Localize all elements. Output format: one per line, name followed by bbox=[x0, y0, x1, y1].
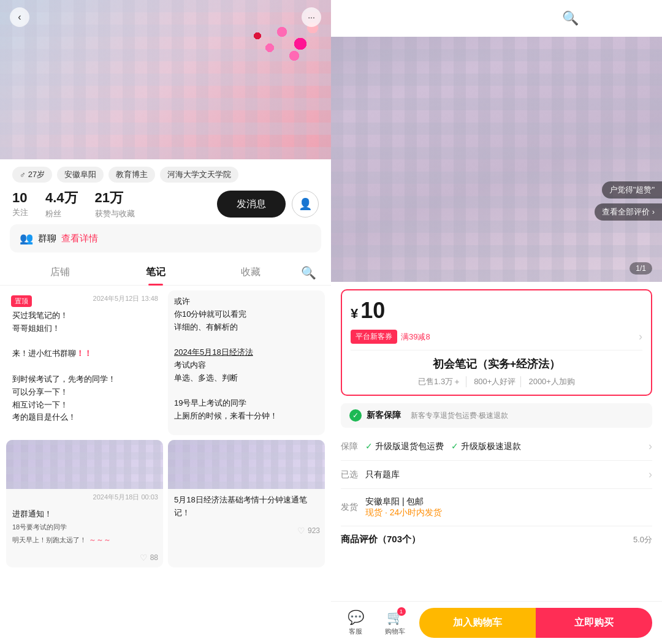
buy-now-button[interactable]: 立即购买 bbox=[536, 608, 652, 638]
share-icon-btn[interactable]: ⬆ bbox=[628, 7, 650, 29]
back-button-right[interactable]: ‹ bbox=[343, 9, 363, 28]
search-button[interactable]: 🔍 bbox=[299, 263, 319, 282]
note-card-3[interactable]: 2024年5月18日 00:03 进群通知！ 18号要考试的同学明天早上！别跑太… bbox=[6, 440, 163, 567]
more-button[interactable]: ··· bbox=[302, 7, 321, 27]
note-image-pixel-3 bbox=[6, 440, 163, 489]
guarantee-icon: ✓ bbox=[349, 409, 362, 422]
product-pixel-overlay bbox=[331, 0, 662, 282]
tag-school: 河海大学文天学院 bbox=[160, 167, 238, 183]
customer-service-icon: 💬 bbox=[348, 610, 364, 626]
shipping-sub: 现货 · 24小时内发货 bbox=[365, 507, 652, 518]
stat-fans[interactable]: 4.4万 粉丝 bbox=[45, 189, 78, 219]
stat-likes[interactable]: 21万 获赞与收藏 bbox=[95, 189, 135, 219]
notes-area: 置顶 2024年5月12日 13:48 买过我笔记的！哥哥姐姐们！ 来！进小红书… bbox=[0, 286, 331, 644]
right-header-icons: 🔍 ☆ ⬆ bbox=[559, 7, 650, 29]
guarantee-label: 保障 bbox=[341, 441, 365, 452]
customer-service-label: 客服 bbox=[349, 627, 362, 636]
tag-location-label: 安徽阜阳 bbox=[64, 169, 96, 180]
profile-section: ♂ 27岁 安徽阜阳 教育博主 河海大学文天学院 10 关注 4.4万 粉丝 bbox=[0, 159, 331, 224]
guarantee-title: 新客保障 bbox=[367, 410, 401, 421]
note-image-3 bbox=[6, 440, 163, 489]
note-card-4[interactable]: 5月18日经济法基础考情十分钟速通笔记！ ♡ 923 bbox=[168, 440, 325, 567]
tag-type: 教育博主 bbox=[108, 167, 155, 183]
view-all-reviews-btn[interactable]: 查看全部评价 › bbox=[595, 203, 662, 221]
tag-location: 安徽阜阳 bbox=[57, 167, 104, 183]
left-panel: ‹ ··· ♂ 27岁 安徽阜阳 教育博主 河海大学文天学院 10 关注 bbox=[0, 0, 331, 644]
tab-shop[interactable]: 店铺 bbox=[12, 260, 108, 285]
likes-label: 获赞与收藏 bbox=[95, 208, 135, 219]
voucher-arrow-icon: › bbox=[639, 330, 642, 343]
cart-badge: 1 bbox=[397, 607, 406, 616]
back-button-left[interactable]: ‹ bbox=[10, 7, 29, 27]
detail-row-guarantee[interactable]: 保障 ✓升级版退货包运费 ✓升级版极速退款 › bbox=[341, 433, 652, 461]
pin-badge: 置顶 bbox=[11, 295, 32, 307]
product-info: ¥ 10 平台新客券 满39减8 › 初会笔记（实务+经济法） 已售1.3万＋ … bbox=[331, 282, 662, 601]
heart-icon-4: ♡ bbox=[297, 526, 305, 536]
added-count: 2000+人加购 bbox=[523, 376, 580, 387]
message-button[interactable]: 发消息 bbox=[217, 191, 286, 218]
check-icon-2: ✓ bbox=[451, 441, 458, 451]
voucher-tag: 平台新客券 bbox=[351, 330, 397, 344]
note-footer-3: ♡ 88 bbox=[6, 550, 163, 567]
shipping-label: 发货 bbox=[341, 502, 365, 513]
customer-service-btn[interactable]: 💬 客服 bbox=[341, 610, 370, 636]
note-content-3: 进群通知！ 18号要考试的同学明天早上！别跑太远了！ ～～～ bbox=[6, 503, 163, 550]
fans-count: 4.4万 bbox=[45, 189, 78, 207]
detail-rows: 保障 ✓升级版退货包运费 ✓升级版极速退款 › 已选 只有题库 › 发货 安徽阜… bbox=[341, 433, 652, 526]
gender-icon: ♂ bbox=[20, 170, 26, 180]
following-label: 关注 bbox=[12, 207, 28, 218]
group-icon: 👥 bbox=[20, 232, 33, 245]
likes-count: 21万 bbox=[95, 189, 123, 207]
star-icon-btn[interactable]: ☆ bbox=[593, 7, 615, 29]
heart-icon-3: ♡ bbox=[140, 553, 148, 563]
super-praise-text: 户觉得"超赞" bbox=[609, 185, 655, 194]
guarantee-value: ✓升级版退货包运费 ✓升级版极速退款 bbox=[365, 441, 649, 452]
detail-row-shipping: 发货 安徽阜阳 | 包邮 现货 · 24小时内发货 bbox=[341, 489, 652, 526]
stat-following[interactable]: 10 关注 bbox=[12, 190, 28, 218]
note-content-1: 买过我笔记的！哥哥姐姐们！ 来！进小红书群聊！！ 到时候考试了，先考的同学！ 可… bbox=[6, 305, 163, 428]
voucher-row[interactable]: 平台新客券 满39减8 › bbox=[351, 330, 642, 344]
check-icon-1: ✓ bbox=[365, 441, 373, 451]
cart-btn-icon[interactable]: 🛒 1 购物车 bbox=[380, 610, 409, 636]
reviews-header: 商品评价（703个） 5.0分 bbox=[331, 526, 662, 548]
price-voucher-section: ¥ 10 平台新客券 满39减8 › 初会笔记（实务+经济法） 已售1.3万＋ … bbox=[341, 289, 652, 396]
product-image: 户觉得"超赞" 查看全部评价 › 1/1 bbox=[331, 0, 662, 282]
product-stats: 已售1.3万＋ 800+人好评 2000+人加购 bbox=[351, 376, 642, 387]
following-count: 10 bbox=[12, 190, 27, 206]
stats-row: 10 关注 4.4万 粉丝 21万 获赞与收藏 发消息 👤 bbox=[12, 189, 319, 219]
right-header: ‹ 🔍 ☆ ⬆ bbox=[331, 0, 662, 37]
note-footer-1 bbox=[6, 428, 163, 435]
page-indicator: 1/1 bbox=[630, 262, 652, 275]
add-to-cart-button[interactable]: 加入购物车 bbox=[419, 608, 536, 638]
shipping-value: 安徽阜阳 | 包邮 bbox=[365, 496, 652, 507]
detail-row-selected[interactable]: 已选 只有题库 › bbox=[341, 461, 652, 489]
selected-label: 已选 bbox=[341, 469, 365, 480]
follow-button[interactable]: 👤 bbox=[292, 191, 319, 218]
group-link[interactable]: 查看详情 bbox=[61, 233, 98, 244]
tab-favorites[interactable]: 收藏 bbox=[203, 260, 299, 285]
search-icon-btn[interactable]: 🔍 bbox=[559, 7, 581, 29]
tab-favorites-label: 收藏 bbox=[241, 267, 261, 277]
tag-age: ♂ 27岁 bbox=[12, 167, 52, 183]
review-overlay: 户觉得"超赞" 查看全部评价 › bbox=[595, 181, 662, 221]
note-card-2[interactable]: 或许 你10分钟就可以看完 详细的、有解析的 2024年5月18日经济法 考试内… bbox=[168, 290, 325, 435]
reviews-title: 商品评价（703个） bbox=[341, 534, 420, 545]
guarantee-arrow-icon: › bbox=[649, 440, 652, 453]
selected-arrow-icon: › bbox=[649, 468, 652, 481]
cart-label: 购物车 bbox=[385, 627, 405, 636]
tabs-row: 店铺 笔记 收藏 🔍 bbox=[0, 260, 331, 286]
tab-notes[interactable]: 笔记 bbox=[108, 260, 204, 285]
group-bar[interactable]: 👥 群聊 查看详情 bbox=[10, 224, 321, 252]
note-date-3: 2024年5月18日 00:03 bbox=[6, 489, 163, 503]
fans-label: 粉丝 bbox=[45, 208, 61, 219]
note-footer-4: ♡ 923 bbox=[168, 523, 325, 540]
tag-school-label: 河海大学文天学院 bbox=[167, 169, 231, 180]
notes-grid: 置顶 2024年5月12日 13:48 买过我笔记的！哥哥姐姐们！ 来！进小红书… bbox=[6, 290, 325, 567]
person-icon: 👤 bbox=[299, 197, 312, 211]
tab-shop-label: 店铺 bbox=[50, 267, 70, 277]
tag-age-label: 27岁 bbox=[28, 169, 45, 180]
good-reviews-count: 800+人好评 bbox=[469, 376, 521, 387]
price-symbol: ¥ bbox=[351, 306, 358, 322]
note-card-pinned[interactable]: 置顶 2024年5月12日 13:48 买过我笔记的！哥哥姐姐们！ 来！进小红书… bbox=[6, 290, 163, 435]
super-praise-badge: 户觉得"超赞" bbox=[602, 181, 662, 199]
